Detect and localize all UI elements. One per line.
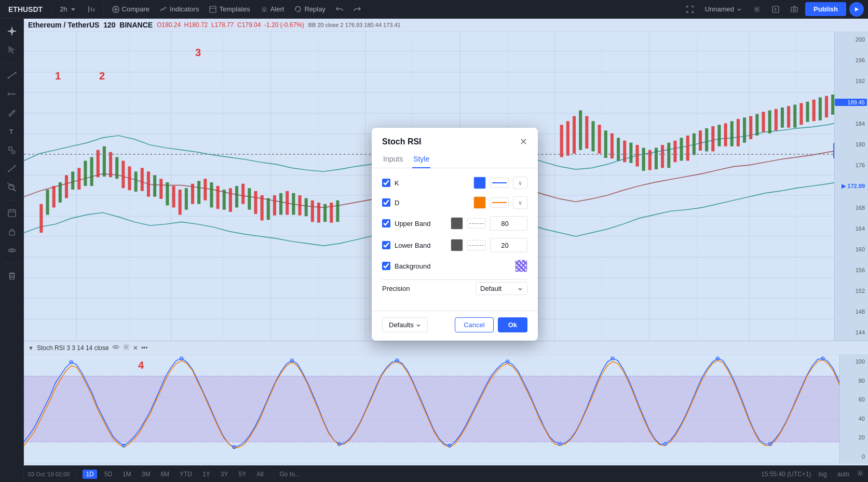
indicators-button[interactable]: Indicators: [156, 3, 203, 15]
horizontal-line-icon[interactable]: [4, 86, 20, 102]
undo-button[interactable]: [332, 4, 347, 15]
k-line-style[interactable]: [490, 178, 509, 188]
k-color-picker[interactable]: [473, 177, 486, 189]
svg-point-39: [10, 249, 13, 252]
camera-button[interactable]: [786, 4, 802, 15]
precision-row: Precision Default: [382, 279, 527, 295]
svg-rect-118: [323, 204, 327, 222]
period-1m[interactable]: 1M: [119, 470, 134, 479]
svg-rect-115: [305, 198, 308, 217]
stoch-collapse-btn[interactable]: ▼: [28, 345, 34, 351]
bar-style-button[interactable]: [83, 3, 99, 16]
stoch-more-btn[interactable]: •••: [141, 344, 148, 352]
defaults-button[interactable]: Defaults: [382, 317, 428, 332]
svg-rect-95: [179, 190, 182, 215]
play-button[interactable]: [849, 2, 864, 17]
k-label: K: [395, 179, 469, 187]
price-current: 189.45: [835, 99, 867, 106]
svg-rect-132: [629, 143, 632, 163]
calendar-icon[interactable]: [4, 205, 20, 221]
trash-icon[interactable]: [4, 267, 20, 284]
goto-button[interactable]: Go to...: [280, 471, 300, 478]
svg-rect-127: [598, 125, 601, 153]
period-5y[interactable]: 5Y: [235, 470, 249, 479]
expand-button[interactable]: [768, 4, 783, 15]
trendline-icon[interactable]: [4, 67, 20, 84]
auto-btn[interactable]: auto: [834, 470, 852, 479]
d-color-picker[interactable]: [473, 196, 486, 209]
lower-band-color-picker[interactable]: [451, 239, 463, 251]
lock-icon[interactable]: [4, 223, 20, 240]
upper-band-line-style[interactable]: [467, 218, 486, 229]
tab-inputs[interactable]: Inputs: [382, 152, 404, 168]
stoch-close-btn[interactable]: ✕: [133, 344, 138, 352]
upper-band-checkbox[interactable]: [382, 219, 390, 227]
svg-rect-116: [311, 200, 314, 222]
background-pattern-picker[interactable]: [515, 260, 527, 272]
interval-button[interactable]: 2h: [56, 3, 80, 15]
svg-rect-141: [686, 136, 689, 161]
lower-band-value-input[interactable]: [490, 238, 527, 252]
period-1d[interactable]: 1D: [83, 470, 97, 479]
publish-button[interactable]: Publish: [805, 2, 846, 16]
templates-button[interactable]: Templates: [205, 3, 254, 15]
svg-line-33: [7, 183, 13, 187]
lower-band-checkbox[interactable]: [382, 241, 390, 249]
price-axis: 200 196 192 189.45 184 180 176 ▶ 172.99 …: [834, 31, 868, 341]
svg-rect-38: [9, 231, 15, 235]
period-1y[interactable]: 1Y: [199, 470, 213, 479]
shapes-icon[interactable]: [4, 142, 20, 158]
zoom-icon[interactable]: [4, 179, 20, 196]
stoch-visibility-btn[interactable]: [112, 343, 119, 352]
lower-band-line-style[interactable]: [467, 240, 486, 250]
svg-rect-100: [210, 182, 213, 208]
d-chevron[interactable]: ∨: [513, 196, 527, 209]
fullscreen-button[interactable]: [682, 4, 698, 15]
replay-button[interactable]: Replay: [290, 3, 329, 15]
period-3y[interactable]: 3Y: [218, 470, 232, 479]
log-btn[interactable]: log: [816, 470, 830, 479]
d-checkbox[interactable]: [382, 198, 390, 207]
period-ytd[interactable]: YTD: [177, 470, 195, 479]
measure-icon[interactable]: [4, 160, 20, 177]
svg-rect-123: [573, 116, 576, 154]
ok-button[interactable]: Ok: [498, 317, 527, 332]
tab-style[interactable]: Style: [412, 152, 430, 168]
compare-button[interactable]: Compare: [108, 3, 154, 15]
period-5d[interactable]: 5D: [101, 470, 115, 479]
alert-button[interactable]: Alert: [256, 3, 289, 15]
gear-button[interactable]: [749, 4, 765, 15]
svg-rect-92: [159, 179, 162, 199]
upper-band-value-input[interactable]: [490, 216, 527, 231]
symbol-label[interactable]: ETHUSDT: [4, 5, 47, 14]
redo-button[interactable]: [349, 4, 365, 15]
period-all[interactable]: All: [253, 470, 266, 479]
toolbar-right: Unnamed Publish: [682, 2, 864, 17]
pencil-icon[interactable]: [4, 104, 20, 121]
stoch-body[interactable]: 100 80 60 40 20 0 4 5: [24, 354, 868, 464]
svg-rect-78: [71, 171, 74, 190]
svg-point-22: [15, 72, 16, 74]
text-icon[interactable]: T: [4, 123, 20, 140]
cancel-button[interactable]: Cancel: [455, 317, 493, 332]
period-3m[interactable]: 3M: [139, 470, 154, 479]
crosshair-icon[interactable]: [4, 23, 20, 39]
background-checkbox[interactable]: [382, 262, 390, 270]
stoch-y-axis: 100 80 60 40 20 0: [839, 354, 868, 464]
svg-point-174: [125, 346, 127, 349]
eye-icon[interactable]: [4, 242, 20, 259]
d-line-style[interactable]: [490, 197, 509, 208]
svg-rect-136: [655, 148, 658, 170]
cursor-icon[interactable]: [4, 42, 20, 58]
precision-select[interactable]: Default: [476, 282, 527, 295]
period-6m[interactable]: 6M: [157, 470, 172, 479]
upper-band-color-picker[interactable]: [451, 217, 463, 230]
settings-gear-bottom[interactable]: [857, 470, 864, 478]
k-checkbox[interactable]: [382, 179, 390, 187]
dialog-close-button[interactable]: ✕: [520, 136, 527, 148]
k-chevron[interactable]: ∨: [513, 177, 527, 189]
svg-rect-1: [91, 7, 92, 11]
settings-name-button[interactable]: Unnamed: [701, 3, 746, 15]
stoch-settings-btn[interactable]: [123, 343, 130, 352]
price-200: 200: [835, 36, 868, 43]
